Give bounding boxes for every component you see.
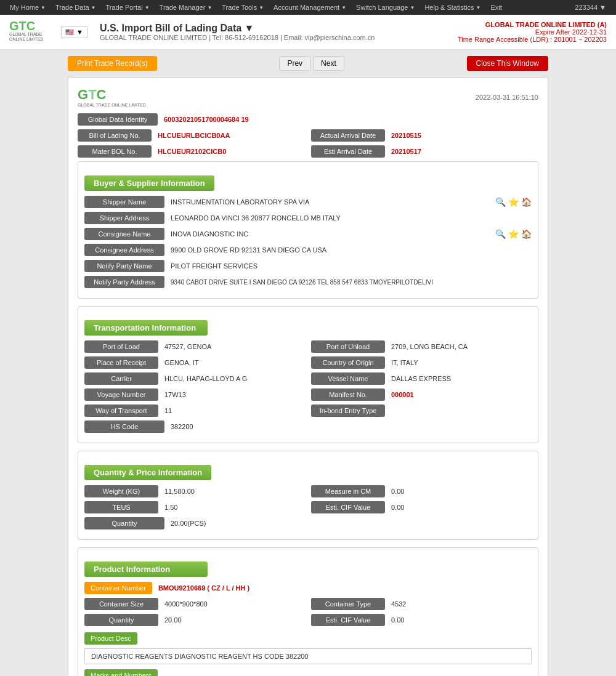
language-flag-button[interactable]: 🇺🇸 ▼ (61, 26, 87, 38)
chevron-down-icon: ▼ (207, 5, 212, 10)
nav-trade-portal[interactable]: Trade Portal ▼ (101, 0, 155, 15)
manifest-value: 000001 (385, 388, 420, 401)
container-number-value: BMOU9210669 ( CZ / L / HH ) (152, 582, 256, 594)
company-name: GLOBAL TRADE ONLINE LIMITED (A) (458, 21, 607, 28)
nav-trade-data[interactable]: Trade Data ▼ (51, 0, 101, 15)
header-account-info: GLOBAL TRADE ONLINE LIMITED (A) Expire A… (458, 21, 607, 43)
prev-button-top[interactable]: Prev (279, 56, 310, 71)
nav-trade-manager[interactable]: Trade Manager ▼ (155, 0, 217, 15)
container-size-value: 4000*900*800 (158, 598, 214, 610)
nav-exit[interactable]: Exit (485, 0, 506, 15)
consignee-address-value: 9900 OLD GROVE RD 92131 SAN DIEGO CA USA (164, 244, 333, 256)
product-quantity-value: 20.00 (158, 614, 188, 626)
country-origin-value: IT, ITALY (385, 356, 424, 369)
shipper-address-label: Shipper Address (84, 212, 164, 224)
shipper-name-row: Shipper Name INSTRUMENTATION LABORATORY … (84, 196, 532, 208)
manifest-label: Manifest No. (311, 388, 385, 401)
mater-bol-label: Mater BOL No. (78, 145, 152, 158)
vessel-label: Vessel Name (311, 372, 385, 385)
country-origin-label: Country of Origin (311, 356, 385, 369)
esti-cif-value: 0.00 (385, 501, 410, 513)
nav-my-home[interactable]: My Home ▼ (5, 0, 51, 15)
record-logo: GTC GLOBAL TRADE ONLINE LIMITED (78, 87, 146, 107)
product-title: Product Information (84, 561, 208, 577)
port-unload-label: Port of Unload (311, 340, 385, 353)
measure-value: 0.00 (385, 485, 410, 497)
nav-help-statistics[interactable]: Help & Statistics ▼ (419, 0, 485, 15)
hs-code-label: HS Code (84, 420, 164, 433)
shipper-name-value: INSTRUMENTATION LABORATORY SPA VIA (164, 196, 315, 208)
global-data-identity-row: Global Data Identity 6003202105170000468… (78, 113, 538, 126)
star-icon[interactable]: ⭐ (508, 229, 519, 239)
nav-trade-tools[interactable]: Trade Tools ▼ (217, 0, 269, 15)
inbond-label: In-bond Entry Type (311, 404, 385, 417)
transportation-title: Transportation Information (84, 320, 208, 336)
record-header: GTC GLOBAL TRADE ONLINE LIMITED 2022-03-… (78, 87, 538, 107)
consignee-name-value: INOVA DIAGNOSTIC INC (164, 228, 254, 240)
top-action-bar: Print Trade Record(s) Prev Next Close Th… (68, 56, 548, 71)
teus-cif-row: TEUS 1.50 Esti. CIF Value 0.00 (84, 501, 532, 513)
port-unload-value: 2709, LONG BEACH, CA (385, 340, 474, 353)
page-subtitle: GLOBAL TRADE ONLINE LIMITED | Tel: 86-51… (100, 34, 375, 41)
nav-account-management[interactable]: Account Management ▼ (269, 0, 351, 15)
port-load-value: 47527, GENOA (158, 340, 217, 353)
print-button-top[interactable]: Print Trade Record(s) (68, 56, 157, 71)
quantity-price-title: Quantity & Price Information (84, 465, 211, 480)
product-desc-row: Product Desc (84, 630, 532, 645)
hs-code-row: HS Code 382200 (84, 420, 532, 433)
product-esti-cif-value: 0.00 (385, 614, 410, 626)
voyage-manifest-row: Voyage Number 17W13 Manifest No. 000001 (84, 388, 532, 401)
global-data-identity-label: Global Data Identity (78, 113, 158, 126)
expire-date: Expire After 2022-12-31 (458, 28, 607, 36)
hs-code-value: 382200 (164, 420, 200, 433)
chevron-down-icon: ▼ (259, 5, 264, 10)
star-icon[interactable]: ⭐ (508, 197, 519, 207)
user-account[interactable]: 223344 ▼ (570, 4, 611, 11)
place-receipt-label: Place of Receipt (84, 356, 158, 369)
page-header: GTC GLOBAL TRADEONLINE LIMITED 🇺🇸 ▼ U.S.… (0, 15, 616, 50)
next-button-top[interactable]: Next (313, 56, 344, 71)
nav-switch-language[interactable]: Switch Language ▼ (351, 0, 419, 15)
place-receipt-value: GENOA, IT (158, 356, 205, 369)
logo: GTC GLOBAL TRADEONLINE LIMITED (9, 20, 52, 44)
marks-row: Marks and Numbers (84, 667, 532, 676)
notify-party-label: Notify Party Name (84, 260, 164, 272)
search-icon[interactable]: 🔍 (495, 229, 506, 239)
product-qty-cif-row: Quantity 20.00 Esti. CIF Value 0.00 (84, 614, 532, 626)
home-icon[interactable]: 🏠 (521, 229, 532, 239)
bol-label: Bill of Lading No. (78, 129, 152, 142)
notify-party-row: Notify Party Name PILOT FREIGHT SERVICES (84, 260, 532, 272)
logo-area: GTC GLOBAL TRADEONLINE LIMITED 🇺🇸 ▼ (9, 20, 87, 44)
vessel-value: DALLAS EXPRESS (385, 372, 457, 385)
actual-arrival-value: 20210515 (385, 129, 428, 142)
consignee-address-row: Consignee Address 9900 OLD GROVE RD 9213… (84, 244, 532, 256)
chevron-down-icon: ▼ (41, 5, 46, 10)
product-quantity-label: Quantity (84, 614, 158, 626)
global-data-identity-value: 60032021051700004684 19 (158, 113, 255, 126)
close-button-top[interactable]: Close This Window (467, 56, 548, 71)
receipt-origin-row: Place of Receipt GENOA, IT Country of Or… (84, 356, 532, 369)
mater-bol-row: Mater BOL No. HLCUEUR2102CICB0 Esti Arri… (78, 145, 538, 158)
notify-party-value: PILOT FREIGHT SERVICES (164, 260, 264, 272)
page-title-area: U.S. Import Bill of Lading Data ▼ GLOBAL… (100, 23, 375, 41)
measure-label: Measure in CM (311, 485, 385, 497)
weight-value: 11,580.00 (158, 485, 201, 497)
carrier-value: HLCU, HAPAG-LLOYD A G (158, 372, 253, 385)
shipper-name-label: Shipper Name (84, 196, 164, 208)
voyage-label: Voyage Number (84, 388, 158, 401)
pagination-nav-top: Prev Next (279, 56, 344, 71)
way-transport-label: Way of Transport (84, 404, 158, 417)
port-load-label: Port of Load (84, 340, 158, 353)
port-row: Port of Load 47527, GENOA Port of Unload… (84, 340, 532, 353)
home-icon[interactable]: 🏠 (521, 197, 532, 207)
container-number-label: Container Number (84, 582, 152, 594)
nav-items: My Home ▼ Trade Data ▼ Trade Portal ▼ Tr… (5, 0, 570, 15)
product-esti-cif-label: Esti. CIF Value (311, 614, 385, 626)
time-range: Time Range Accessible (LDR) : 201001 ~ 2… (458, 36, 607, 43)
carrier-vessel-row: Carrier HLCU, HAPAG-LLOYD A G Vessel Nam… (84, 372, 532, 385)
container-size-type-row: Container Size 4000*900*800 Container Ty… (84, 598, 532, 610)
actual-arrival-label: Actual Arrival Date (311, 129, 385, 142)
container-type-value: 4532 (385, 598, 412, 610)
search-icon[interactable]: 🔍 (495, 197, 506, 207)
quantity-row: Quantity 20.00(PCS) (84, 517, 532, 529)
